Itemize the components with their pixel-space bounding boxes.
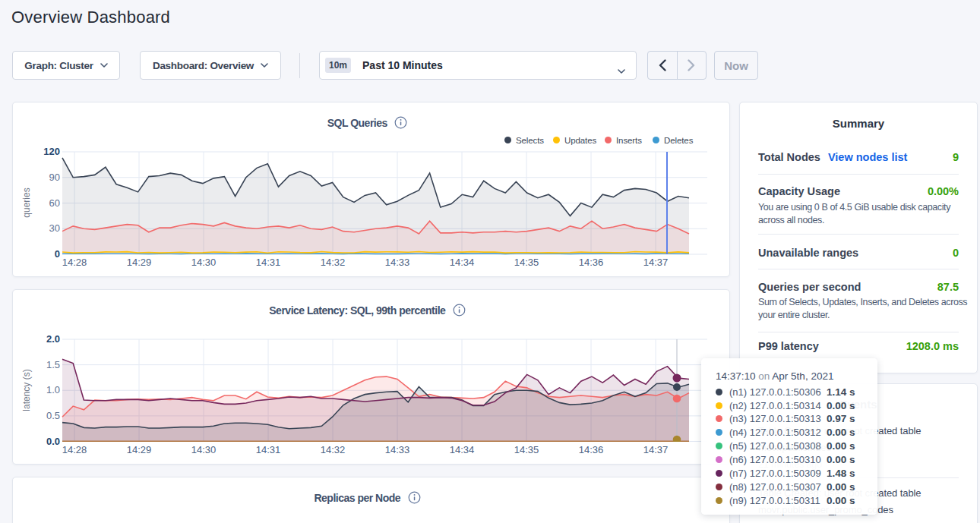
svg-text:1.0: 1.0 <box>46 384 60 395</box>
svg-text:90: 90 <box>49 172 60 183</box>
svg-text:1.5: 1.5 <box>46 359 60 370</box>
svg-text:14:28: 14:28 <box>62 444 87 455</box>
svg-text:14:37: 14:37 <box>643 444 669 455</box>
svg-text:14:36: 14:36 <box>579 444 604 455</box>
svg-text:60: 60 <box>49 197 60 209</box>
svg-text:14:30: 14:30 <box>191 444 217 455</box>
svg-text:14:31: 14:31 <box>256 444 281 455</box>
svg-text:14:29: 14:29 <box>127 444 152 455</box>
svg-text:queries: queries <box>21 187 32 217</box>
svg-text:14:33: 14:33 <box>385 444 410 455</box>
svg-text:120: 120 <box>43 146 60 157</box>
svg-text:14:34: 14:34 <box>450 257 475 268</box>
svg-text:14:31: 14:31 <box>256 257 281 268</box>
svg-text:14:34: 14:34 <box>450 444 475 455</box>
svg-text:14:30: 14:30 <box>191 257 217 268</box>
svg-text:14:36: 14:36 <box>579 257 604 268</box>
svg-text:14:32: 14:32 <box>321 444 346 455</box>
svg-text:14:35: 14:35 <box>514 444 539 455</box>
svg-text:0.5: 0.5 <box>46 410 60 421</box>
svg-text:latency (s): latency (s) <box>21 369 32 411</box>
svg-text:14:35: 14:35 <box>514 257 539 268</box>
svg-text:14:37: 14:37 <box>643 257 669 268</box>
svg-text:14:28: 14:28 <box>62 257 87 268</box>
svg-text:30: 30 <box>49 222 60 234</box>
svg-text:0: 0 <box>55 248 60 260</box>
svg-text:14:33: 14:33 <box>385 257 410 268</box>
svg-text:0.0: 0.0 <box>46 436 60 447</box>
svg-text:14:32: 14:32 <box>321 257 346 268</box>
svg-text:14:29: 14:29 <box>127 257 152 268</box>
svg-text:2.0: 2.0 <box>46 333 60 345</box>
